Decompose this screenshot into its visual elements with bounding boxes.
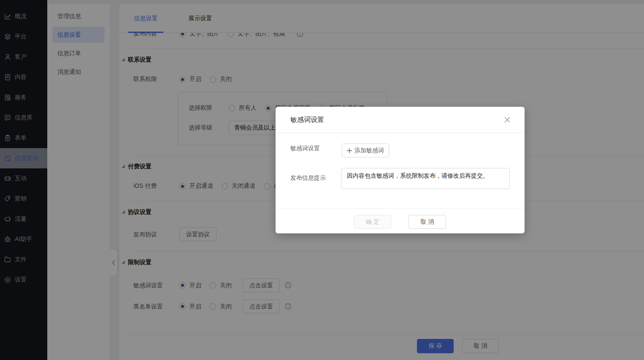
tip-input[interactable]: 因内容包含敏感词，系统限制发布，请修改后再提交。 [341,168,510,189]
add-sensitive-word-button[interactable]: 添加敏感词 [342,143,389,157]
modal-sensitive-label: 敏感词设置 [290,145,320,152]
modal-title: 敏感词设置 [290,107,324,133]
ok-button[interactable]: 确 定 [354,215,391,229]
modal-header: 敏感词设置 [276,107,525,133]
close-icon[interactable] [504,116,511,123]
modal-cancel-button[interactable]: 取 消 [409,215,446,229]
sensitive-words-modal: 敏感词设置 敏感词设置 添加敏感词 发布信息提示 因内容包含敏感词，系统限制发布… [276,107,525,233]
modal-footer: 确 定 取 消 [276,208,525,233]
modal-tip-label: 发布信息提示 [290,174,326,182]
plus-icon [347,148,352,153]
